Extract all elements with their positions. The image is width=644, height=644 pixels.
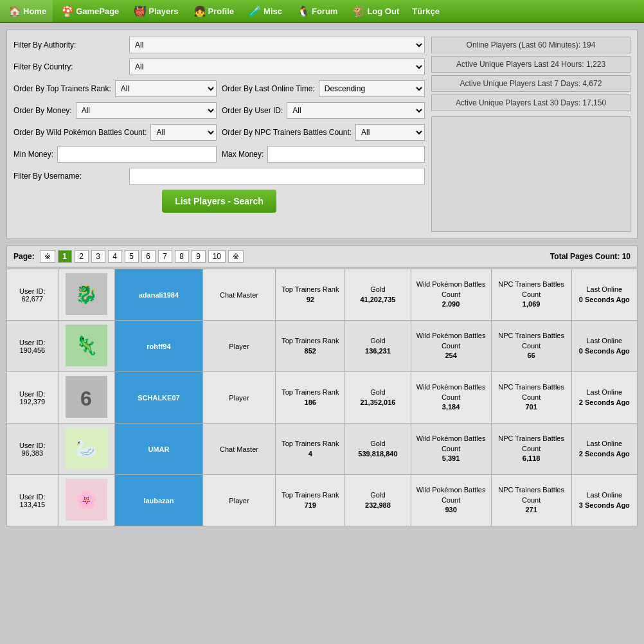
npc-cell: NPC Trainers Battles Count1,069 <box>491 269 571 321</box>
wild-cell: Wild Pokémon Battles Count254 <box>411 321 491 372</box>
filter-userid-cell: Order By User ID: All <box>222 102 425 119</box>
filter-authority-row: Filter By Authority: All <box>13 37 425 53</box>
nav-misc[interactable]: 🧪 Misc <box>240 0 289 22</box>
userid-label: User ID: <box>19 390 45 398</box>
page-1[interactable]: 1 <box>58 250 72 263</box>
filter-username-row: Filter By Username: <box>13 168 425 184</box>
page-9[interactable]: 9 <box>192 250 206 263</box>
page-2[interactable]: 2 <box>75 250 89 263</box>
page-3[interactable]: 3 <box>91 250 105 263</box>
gold-cell: Gold539,818,840 <box>345 424 411 475</box>
nav-forum[interactable]: 🐧 Forum <box>289 0 344 22</box>
stats-panel: Online Players (Last 60 Minutes): 194 Ac… <box>431 37 631 232</box>
home-icon: 🏠 <box>8 5 21 17</box>
page-8[interactable]: 8 <box>175 250 189 263</box>
filter-top-trainers-select[interactable]: All <box>115 80 217 97</box>
filter-wild-select[interactable]: All <box>150 124 217 141</box>
table-row: User ID: 190,456 🦎 rohff94 Player Top Tr… <box>7 321 638 372</box>
nav-profile[interactable]: 👧 Profile <box>185 0 240 22</box>
filter-panel: Filter By Authority: All Filter By Count… <box>6 30 638 239</box>
npc-cell: NPC Trainers Battles Count701 <box>491 372 571 424</box>
page-10[interactable]: 10 <box>208 250 226 263</box>
userid-cell: User ID: 192,379 <box>7 372 58 424</box>
filter-money-label: Order By Money: <box>13 106 72 115</box>
table-row: User ID: 62,677 🐉 adanali1984 Chat Maste… <box>7 269 638 321</box>
avatar-cell: 🦎 <box>58 321 115 372</box>
online-cell: Last Online3 Seconds Ago <box>571 475 637 526</box>
username-cell[interactable]: UMAR <box>115 424 202 475</box>
page-prev-icon[interactable]: ※ <box>40 250 55 263</box>
username-cell[interactable]: adanali1984 <box>115 269 202 321</box>
forum-icon: 🐧 <box>297 5 310 17</box>
filter-min-money-cell: Min Money: <box>13 146 217 163</box>
role-cell: Chat Master <box>202 424 276 475</box>
nav-gamepage[interactable]: 🍄 GamePage <box>53 0 125 22</box>
nav-logout[interactable]: 🐒 Log Out <box>344 0 406 22</box>
svg-text:🦢: 🦢 <box>75 438 97 459</box>
username-cell[interactable]: rohff94 <box>115 321 202 372</box>
filter-min-money-input[interactable] <box>57 146 217 163</box>
pagination-bar: Page: ※ 1 2 3 4 5 6 7 8 9 10 ※ Total Pag… <box>6 246 638 267</box>
filter-wild-cell: Order By Wild Pokémon Battles Count: All <box>13 124 217 141</box>
wild-cell: Wild Pokémon Battles Count5,391 <box>411 424 491 475</box>
filter-authority-select[interactable]: All <box>129 37 425 53</box>
filter-last-online-select[interactable]: Descending <box>319 80 425 97</box>
filter-country-select[interactable]: All <box>129 58 425 75</box>
filter-max-money-label: Max Money: <box>222 150 264 159</box>
nav-players[interactable]: 👹 Players <box>125 0 184 22</box>
profile-icon: 👧 <box>193 5 206 17</box>
online-cell: Last Online2 Seconds Ago <box>571 424 637 475</box>
userid-value: 190,456 <box>19 346 45 354</box>
filter-authority-label: Filter By Authority: <box>13 40 129 49</box>
page-5[interactable]: 5 <box>125 250 139 263</box>
username-cell[interactable]: laubazan <box>115 475 202 526</box>
total-pages: Total Pages Count: 10 <box>550 252 631 261</box>
avatar-cell: 🦢 <box>58 424 115 475</box>
gold-cell: Gold41,202,735 <box>345 269 411 321</box>
filter-min-money-label: Min Money: <box>13 150 53 159</box>
pagination-left: Page: ※ 1 2 3 4 5 6 7 8 9 10 ※ <box>13 250 244 263</box>
table-row: User ID: 133,415 🌸 laubazan Player Top T… <box>7 475 638 526</box>
nav-turkce[interactable]: Türkçe <box>406 0 446 22</box>
npc-cell: NPC Trainers Battles Count271 <box>491 475 571 526</box>
username-cell[interactable]: SCHALKE07 <box>115 372 202 424</box>
filter-userid-select[interactable]: All <box>287 102 425 119</box>
main-wrapper: Filter By Authority: All Filter By Count… <box>0 23 644 533</box>
filter-top-trainers-label: Order By Top Trainers Rank: <box>13 84 111 93</box>
wild-cell: Wild Pokémon Battles Count2,090 <box>411 269 491 321</box>
page-7[interactable]: 7 <box>158 250 172 263</box>
svg-text:🌸: 🌸 <box>75 489 97 510</box>
svg-text:🦎: 🦎 <box>75 335 97 356</box>
userid-label: User ID: <box>19 493 45 501</box>
filter-max-money-cell: Max Money: <box>222 146 425 163</box>
userid-label: User ID: <box>19 442 45 449</box>
filter-top-trainers-cell: Order By Top Trainers Rank: All <box>13 80 217 97</box>
filter-grid: Order By Top Trainers Rank: All Order By… <box>13 80 425 163</box>
nav-home[interactable]: 🏠 Home <box>0 0 53 22</box>
userid-cell: User ID: 96,383 <box>7 424 58 475</box>
filter-left: Filter By Authority: All Filter By Count… <box>13 37 425 232</box>
wild-cell: Wild Pokémon Battles Count3,184 <box>411 372 491 424</box>
filter-max-money-input[interactable] <box>267 146 425 163</box>
rank-cell: Top Trainers Rank92 <box>276 269 345 321</box>
stat-active-30: Active Unique Players Last 30 Days: 17,1… <box>431 94 631 111</box>
npc-cell: NPC Trainers Battles Count6,118 <box>491 424 571 475</box>
gold-cell: Gold136,231 <box>345 321 411 372</box>
filter-last-online-label: Order By Last Online Time: <box>222 84 315 93</box>
online-cell: Last Online2 Seconds Ago <box>571 372 637 424</box>
stat-online-60: Online Players (Last 60 Minutes): 194 <box>431 37 631 53</box>
filter-wild-label: Order By Wild Pokémon Battles Count: <box>13 128 147 137</box>
userid-cell: User ID: 62,677 <box>7 269 58 321</box>
logout-icon: 🐒 <box>352 5 365 17</box>
avatar-cell: 6 <box>58 372 115 424</box>
page-6[interactable]: 6 <box>141 250 156 263</box>
userid-cell: User ID: 190,456 <box>7 321 58 372</box>
filter-money-select[interactable]: All <box>76 102 217 119</box>
page-4[interactable]: 4 <box>108 250 122 263</box>
filter-username-input[interactable] <box>129 168 425 184</box>
filter-npc-select[interactable]: All <box>355 124 425 141</box>
userid-label: User ID: <box>19 339 45 346</box>
page-next-icon[interactable]: ※ <box>228 250 244 263</box>
search-button[interactable]: List Players - Search <box>162 190 276 213</box>
userid-label: User ID: <box>19 287 45 295</box>
